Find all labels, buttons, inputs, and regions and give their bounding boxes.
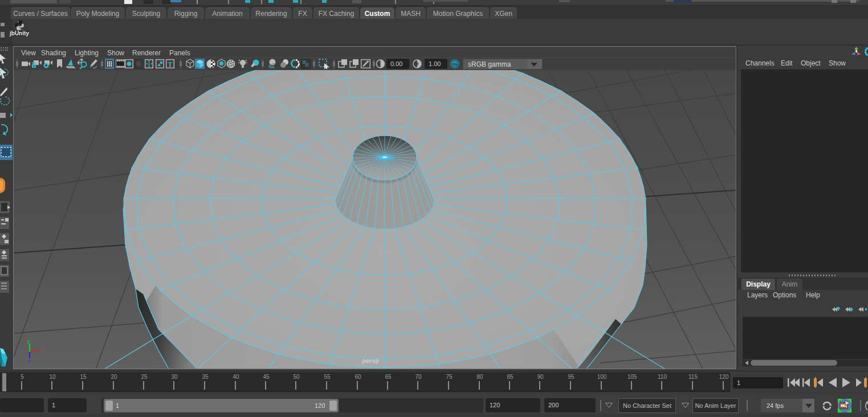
svg-text:persp: persp [362, 357, 379, 364]
svg-text:x: x [39, 347, 42, 353]
svg-text:ON: ON [453, 63, 457, 66]
svg-text:y: y [27, 338, 30, 344]
svg-text:T: T [168, 60, 172, 68]
svg-text:z: z [28, 358, 31, 364]
